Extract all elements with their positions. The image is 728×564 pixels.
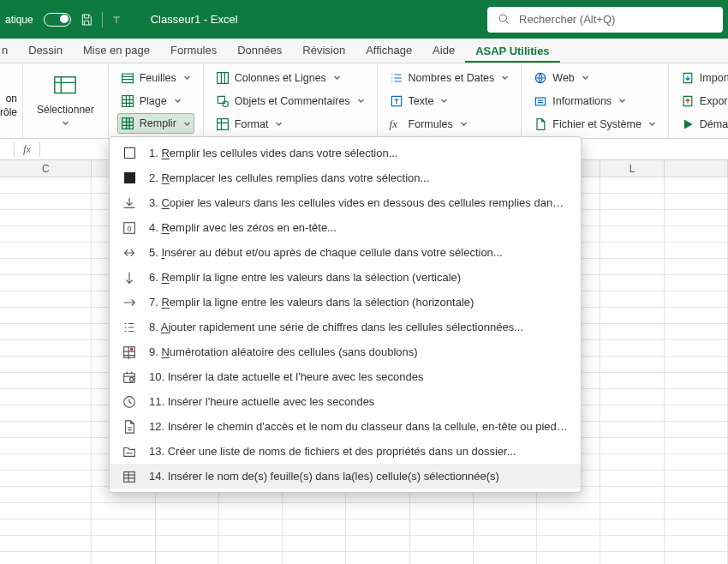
cell[interactable] (0, 503, 92, 519)
cell[interactable] (600, 471, 664, 487)
cell[interactable] (600, 210, 664, 226)
cell[interactable] (665, 438, 728, 454)
cell[interactable] (156, 503, 219, 519)
cell[interactable] (0, 373, 92, 389)
cell[interactable] (537, 536, 600, 552)
tab-aide[interactable]: Aide (422, 39, 465, 63)
cell[interactable] (665, 373, 728, 389)
search-input[interactable]: Rechercher (Alt+Q) (487, 7, 723, 33)
customize-qat-icon[interactable] (111, 15, 122, 25)
menu-item-7[interactable]: 7. Remplir la ligne entre les valeurs da… (110, 290, 581, 315)
tab-dessin[interactable]: Dessin (18, 39, 73, 63)
column-header-C[interactable]: C (0, 160, 92, 177)
tab-formules[interactable]: Formules (160, 39, 227, 63)
cell[interactable] (665, 552, 728, 564)
cell[interactable] (0, 259, 92, 275)
cell[interactable] (0, 194, 92, 210)
cell[interactable] (665, 308, 728, 324)
cell[interactable] (0, 324, 92, 340)
cell[interactable] (665, 210, 728, 226)
objects-comments-button[interactable]: Objets et Commentaires (212, 90, 368, 111)
menu-item-5[interactable]: 5. Insérer au début et/ou après de chaqu… (110, 240, 581, 265)
cell[interactable] (0, 438, 92, 454)
file-system-button[interactable]: Fichier et Système (530, 113, 659, 135)
columns-rows-button[interactable]: Colonnes et Lignes (212, 67, 368, 88)
cell[interactable] (156, 552, 219, 564)
cell[interactable] (665, 324, 728, 340)
cell[interactable] (0, 291, 92, 308)
cell[interactable] (0, 422, 92, 438)
menu-item-10[interactable]: 10. Insérer la date actuelle et l'heure … (110, 364, 581, 389)
cell[interactable] (600, 194, 664, 210)
tab-données[interactable]: Données (227, 39, 292, 63)
cell[interactable] (0, 340, 92, 357)
cell[interactable] (0, 389, 92, 405)
cell[interactable] (0, 275, 92, 291)
cell[interactable] (600, 226, 664, 243)
cell[interactable] (665, 194, 728, 210)
cell[interactable] (665, 177, 728, 194)
cell[interactable] (665, 275, 728, 291)
column-header-L[interactable]: L (600, 160, 664, 177)
cell[interactable] (665, 291, 728, 308)
menu-item-6[interactable]: 6. Remplir la ligne entre les valeurs da… (110, 265, 581, 290)
cell[interactable] (600, 357, 664, 373)
menu-item-4[interactable]: 04. Remplir avec les zéros en en-tête... (110, 215, 581, 240)
cell[interactable] (410, 536, 474, 552)
cell[interactable] (346, 536, 409, 552)
cell[interactable] (283, 536, 346, 552)
cell[interactable] (283, 503, 346, 519)
menu-item-3[interactable]: 3. Copier les valeurs dans les cellules … (110, 190, 581, 215)
cell[interactable] (0, 536, 92, 552)
cell[interactable] (283, 552, 346, 564)
cell[interactable] (600, 405, 664, 422)
web-button[interactable]: Web (530, 67, 659, 88)
cell[interactable] (600, 308, 664, 324)
cell[interactable] (600, 275, 664, 291)
cell[interactable] (219, 503, 283, 519)
menu-item-1[interactable]: 1. Remplir les cellules vides dans votre… (110, 141, 581, 165)
cell[interactable] (600, 519, 664, 536)
cell[interactable] (156, 519, 219, 536)
cell[interactable] (600, 422, 664, 438)
cell[interactable] (474, 519, 537, 536)
menu-item-11[interactable]: 11. Insérer l'heure actuelle avec les se… (110, 389, 581, 414)
tab-asap-utilities[interactable]: ASAP Utilities (465, 39, 559, 63)
cell[interactable] (665, 340, 728, 357)
cell[interactable] (600, 536, 664, 552)
cell[interactable] (665, 259, 728, 275)
cell[interactable] (0, 552, 92, 564)
autosave-toggle[interactable] (44, 13, 71, 27)
cell[interactable] (600, 373, 664, 389)
cell[interactable] (600, 487, 664, 503)
start-button[interactable]: Démarrer (677, 113, 728, 135)
cell[interactable] (219, 536, 283, 552)
tab-affichage[interactable]: Affichage (355, 39, 422, 63)
cell[interactable] (283, 519, 346, 536)
cell[interactable] (665, 389, 728, 405)
cell[interactable] (92, 552, 155, 564)
cell[interactable] (665, 471, 728, 487)
cell[interactable] (0, 226, 92, 243)
cell[interactable] (600, 552, 664, 564)
formulas-button[interactable]: fx Formules (386, 113, 513, 135)
fx-icon[interactable]: fx (23, 142, 31, 156)
cell[interactable] (410, 503, 474, 519)
cell[interactable] (219, 519, 283, 536)
cell[interactable] (600, 454, 664, 471)
cell[interactable] (0, 210, 92, 226)
cell[interactable] (600, 177, 664, 194)
cell[interactable] (0, 519, 92, 536)
select-button[interactable]: Sélectionner (32, 67, 99, 134)
cell[interactable] (600, 291, 664, 308)
export-button[interactable]: Exporter (677, 90, 728, 111)
cell[interactable] (600, 503, 664, 519)
cell[interactable] (665, 536, 728, 552)
cell[interactable] (0, 243, 92, 259)
menu-item-12[interactable]: 12. Insérer le chemin d'accès et le nom … (110, 414, 581, 439)
cell[interactable] (665, 243, 728, 259)
cell[interactable] (92, 536, 155, 552)
cell[interactable] (0, 454, 92, 471)
cell[interactable] (410, 519, 474, 536)
cell[interactable] (600, 243, 664, 259)
